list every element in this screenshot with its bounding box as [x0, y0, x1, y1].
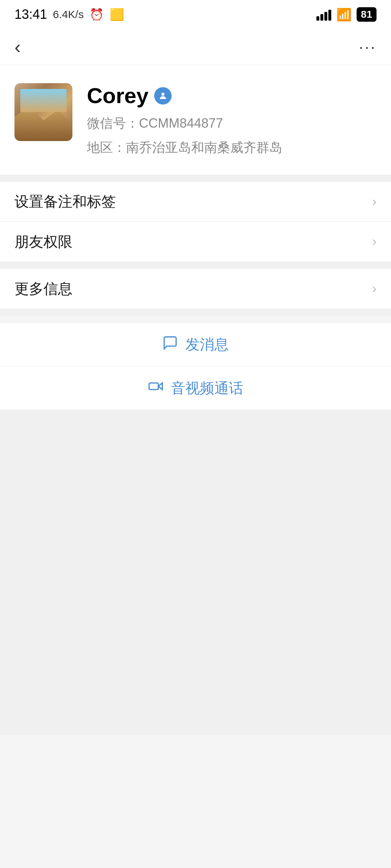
status-right: 📶 81 [316, 7, 377, 22]
send-message-label: 发消息 [185, 335, 229, 354]
person-icon [154, 87, 172, 105]
wifi-icon: 📶 [336, 7, 352, 22]
menu-section: 设置备注和标签 › 朋友权限 › [0, 182, 391, 261]
profile-section: Corey 微信号：CCMM844877 地区：南乔治亚岛和南桑威齐群岛 [0, 65, 391, 175]
section-divider-2 [0, 261, 391, 269]
menu-item-more-info-label: 更多信息 [14, 279, 72, 299]
bottom-area [0, 410, 391, 735]
send-message-button[interactable]: 发消息 [0, 323, 391, 366]
profile-info: Corey 微信号：CCMM844877 地区：南乔治亚岛和南桑威齐群岛 [87, 83, 377, 157]
menu-item-friend-perm[interactable]: 朋友权限 › [0, 222, 391, 261]
section-divider-1 [0, 175, 391, 182]
chevron-icon-more-info: › [372, 281, 377, 296]
chevron-icon-remark: › [372, 194, 377, 209]
avatar[interactable] [14, 83, 72, 141]
status-bar: 13:41 6.4K/s ⏰ 🟨 📶 81 [0, 0, 391, 29]
menu-section-more: 更多信息 › [0, 269, 391, 309]
profile-wechat-id: 微信号：CCMM844877 [87, 115, 377, 132]
back-button[interactable]: ‹ [14, 36, 36, 58]
section-divider-3 [0, 309, 391, 316]
video-call-button[interactable]: 音视频通话 [0, 366, 391, 410]
svg-rect-1 [149, 383, 159, 390]
menu-item-remark[interactable]: 设置备注和标签 › [0, 182, 391, 222]
profile-name: Corey [87, 83, 148, 108]
chevron-icon-friend-perm: › [372, 234, 377, 249]
alarm-icon: ⏰ [89, 8, 104, 21]
avatar-image [14, 83, 72, 141]
nav-bar: ‹ ··· [0, 29, 391, 65]
more-button[interactable]: ··· [359, 38, 377, 56]
message-icon [162, 335, 178, 354]
action-section: 发消息 音视频通话 [0, 323, 391, 410]
time-display: 13:41 [14, 7, 47, 22]
signal-icon [316, 8, 331, 21]
speed-display: 6.4K/s [53, 8, 84, 21]
svg-point-0 [161, 93, 165, 96]
battery-display: 81 [357, 7, 377, 22]
menu-item-friend-perm-label: 朋友权限 [14, 232, 72, 252]
menu-item-remark-label: 设置备注和标签 [14, 192, 116, 212]
app-icon: 🟨 [110, 8, 124, 21]
svg-marker-2 [158, 383, 162, 390]
video-call-label: 音视频通话 [171, 378, 243, 398]
menu-item-more-info[interactable]: 更多信息 › [0, 269, 391, 309]
video-icon [148, 378, 164, 398]
status-left: 13:41 6.4K/s ⏰ 🟨 [14, 7, 124, 22]
profile-region: 地区：南乔治亚岛和南桑威齐群岛 [87, 139, 377, 157]
profile-name-row: Corey [87, 83, 377, 108]
